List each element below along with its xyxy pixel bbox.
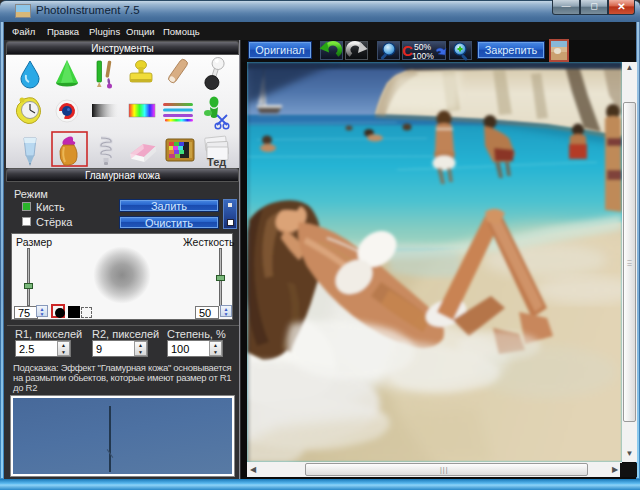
svg-text:Тед: Тед [207, 156, 226, 168]
svg-text:100%: 100% [412, 51, 434, 61]
svg-text:50%: 50% [414, 42, 431, 52]
